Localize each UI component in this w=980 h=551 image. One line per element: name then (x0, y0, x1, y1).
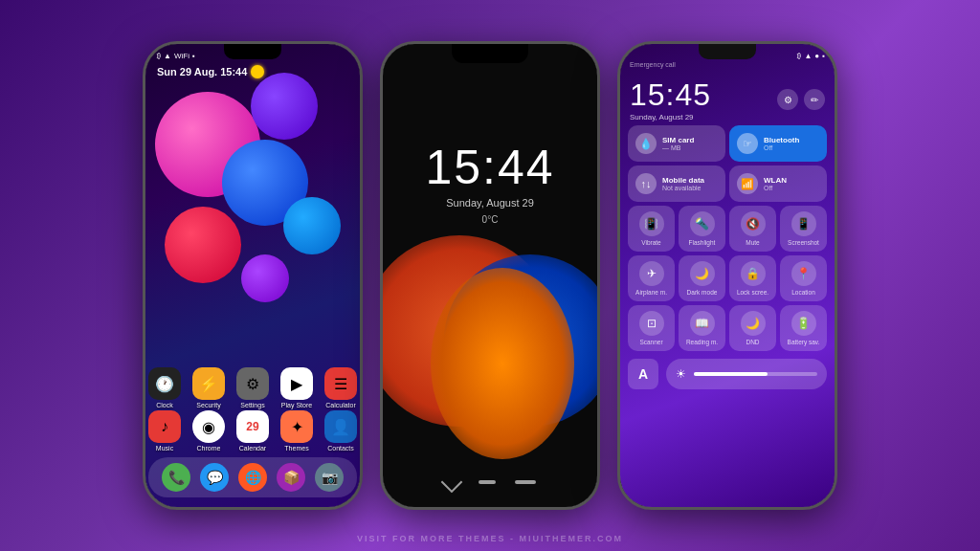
bubble-red (165, 207, 241, 283)
phone1-bubbles (145, 63, 360, 373)
nav-recents-dot[interactable] (515, 480, 536, 484)
dock-phone[interactable]: 📞 (162, 463, 190, 492)
phone1-datetime: Sun 29 Aug. 15:44 (157, 65, 264, 78)
cc-mobile-title: Mobile data (662, 176, 704, 185)
datetime-text: Sun 29 Aug. 15:44 (157, 66, 247, 77)
cc-small-grid-2: ✈ Airplane m. 🌙 Dark mode 🔒 Lock scree. … (620, 255, 835, 301)
airplane-icon: ✈ (639, 261, 664, 286)
cc-status-top: ₿ ▲ ● ▪ (797, 52, 825, 60)
cc-top-tiles: 💧 SIM card — MB ☞ Bluetooth Off (620, 125, 835, 202)
cc-darkmode-tile[interactable]: 🌙 Dark mode (679, 255, 725, 301)
status-left-icons: ₿ ▲ WiFi ▪ (157, 52, 195, 60)
themes-label: Themes (284, 445, 308, 452)
cc-time-date: 15:45 Sunday, August 29 (630, 77, 711, 121)
cc-location-tile[interactable]: 📍 Location (780, 255, 827, 301)
cc-tile-row-1: 💧 SIM card — MB ☞ Bluetooth Off (628, 125, 827, 162)
bubble-purple (251, 73, 318, 140)
app-playstore[interactable]: ▶ Play Store (278, 367, 315, 408)
cc-mute-tile[interactable]: 🔇 Mute (729, 206, 776, 252)
reading-label: Reading m. (686, 339, 718, 345)
cc-mobile-tile[interactable]: ↑↓ Mobile data Not available (628, 165, 725, 202)
scanner-label: Scanner (639, 339, 662, 345)
app-clock[interactable]: 🕐 Clock (146, 367, 183, 408)
location-label: Location (791, 289, 815, 296)
screenshot-icon: 📱 (791, 211, 816, 236)
cc-a-button[interactable]: A (628, 359, 658, 389)
battery-sav-icon: 🔋 (791, 311, 816, 336)
app-music[interactable]: ♪ Music (146, 410, 183, 452)
cc-bottom-bar: A ☀ (620, 355, 835, 393)
cc-wlan-icon: 📶 (737, 173, 758, 194)
phone2-screen: ₿ ▲ ● ▪ 15:44 Sunday, August 29 0°C (383, 44, 597, 507)
app-themes[interactable]: ✦ Themes (278, 410, 315, 452)
chrome-icon: ◉ (192, 410, 225, 443)
cc-wlan-tile[interactable]: 📶 WLAN Off (729, 165, 827, 202)
cc-brightness-slider[interactable]: ☀ (666, 359, 827, 389)
watermark: VISIT FOR MORE THEMES - MIUITHEMER.COM (0, 534, 980, 543)
app-settings[interactable]: ⚙ Settings (234, 367, 271, 408)
calculator-label: Calculator (325, 402, 356, 408)
dock-messages[interactable]: 💬 (200, 463, 229, 492)
dnd-label: DND (746, 339, 759, 345)
bubble-cyan (283, 197, 341, 254)
cc-dnd-tile[interactable]: 🌙 DND (729, 305, 776, 351)
playstore-label: Play Store (281, 402, 312, 408)
phone-3: ₿ ▲ ● ▪ Emergency call 15:45 Sunday, Aug… (617, 41, 837, 510)
sun-icon (251, 65, 264, 78)
app-row-1: 🕐 Clock ⚡ Security ⚙ Settings ▶ Play Sto… (146, 367, 359, 408)
phone3-screen: ₿ ▲ ● ▪ Emergency call 15:45 Sunday, Aug… (620, 44, 835, 507)
phone-2: ₿ ▲ ● ▪ 15:44 Sunday, August 29 0°C (380, 41, 600, 510)
cc-airplane-tile[interactable]: ✈ Airplane m. (628, 255, 675, 301)
phone2-navbar (383, 474, 597, 490)
phone1-screen: ₿ ▲ WiFi ▪ Sun 29 Aug. 15:44 🕐 Clock (145, 44, 360, 507)
cc-tile-row-2: ↑↓ Mobile data Not available 📶 WLAN Off (628, 165, 827, 202)
security-label: Security (196, 402, 220, 408)
nav-back-icon[interactable] (441, 472, 463, 494)
themes-icon: ✦ (280, 410, 313, 443)
wifi-icon: WiFi (174, 52, 189, 60)
cc-small-grid-3: ⊡ Scanner 📖 Reading m. 🌙 DND 🔋 Battery s… (620, 305, 835, 351)
app-calculator[interactable]: ☰ Calculator (323, 367, 359, 408)
cc-flashlight-tile[interactable]: 🔦 Flashlight (679, 206, 725, 252)
cc-settings-btn[interactable]: ⚙ (777, 89, 798, 110)
security-icon: ⚡ (192, 367, 225, 400)
cc-vibrate-tile[interactable]: 📳 Vibrate (628, 206, 675, 252)
cc-bluetooth-tile[interactable]: ☞ Bluetooth Off (729, 125, 827, 162)
battery-icon: ▪ (192, 52, 195, 60)
brightness-track (694, 372, 817, 376)
cc-sim-sub: — MB (662, 144, 694, 151)
cc-scanner-tile[interactable]: ⊡ Scanner (628, 305, 675, 351)
cc-wlan-text: WLAN Off (764, 176, 787, 191)
cc-reading-tile[interactable]: 📖 Reading m. (679, 305, 725, 351)
calendar-label: Calendar (239, 445, 266, 452)
cc-screenshot-tile[interactable]: 📱 Screenshot (780, 206, 827, 252)
darkmode-label: Dark mode (687, 289, 718, 296)
cc-sim-title: SIM card (662, 136, 694, 144)
cc-lockscreen-tile[interactable]: 🔒 Lock scree. (729, 255, 776, 301)
app-chrome[interactable]: ◉ Chrome (190, 410, 227, 452)
cc-battery-tile[interactable]: 🔋 Battery sav. (780, 305, 827, 351)
music-label: Music (156, 445, 173, 452)
app-row-2: ♪ Music ◉ Chrome 29 Calendar ✦ Themes (146, 410, 359, 452)
cc-sim-tile[interactable]: 💧 SIM card — MB (628, 125, 725, 162)
lockscreen-label: Lock scree. (737, 289, 768, 296)
app-security[interactable]: ⚡ Security (190, 367, 227, 408)
cc-wlan-title: WLAN (764, 176, 787, 185)
flashlight-label: Flashlight (689, 239, 716, 246)
app-calendar[interactable]: 29 Calendar (234, 410, 271, 452)
cc-header-icons: ⚙ ✏ (777, 89, 825, 110)
chrome-label: Chrome (197, 445, 221, 452)
app-contacts[interactable]: 👤 Contacts (323, 410, 359, 452)
phone2-temp: 0°C (383, 214, 597, 225)
app-grid: 🕐 Clock ⚡ Security ⚙ Settings ▶ Play Sto… (145, 367, 360, 497)
location-icon: 📍 (791, 261, 816, 286)
nav-home-dot[interactable] (479, 480, 496, 484)
cc-mobile-sub: Not available (662, 185, 704, 191)
cc-signal-icon: ▲ (804, 52, 812, 60)
dock-camera[interactable]: 📷 (315, 463, 344, 492)
dock-files[interactable]: 📦 (277, 463, 305, 492)
flashlight-icon: 🔦 (690, 211, 715, 236)
cc-edit-btn[interactable]: ✏ (804, 89, 825, 110)
playstore-icon: ▶ (280, 367, 313, 400)
dock-browser[interactable]: 🌐 (238, 463, 267, 492)
